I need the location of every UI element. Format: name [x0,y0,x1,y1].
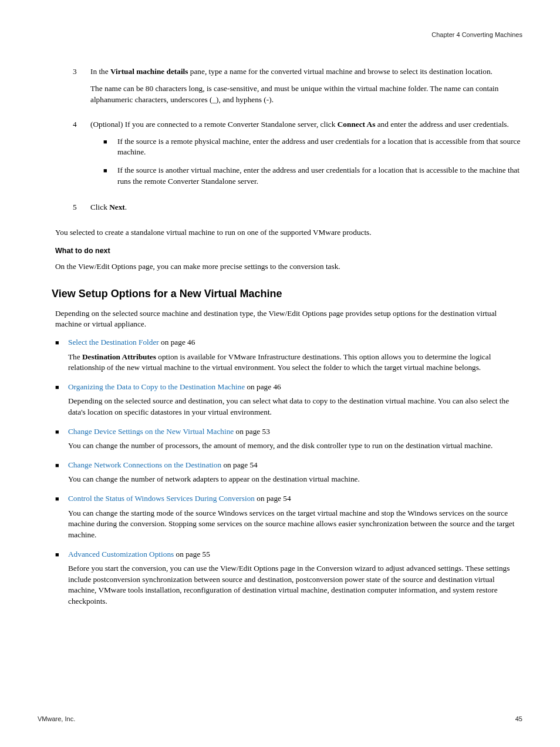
topic-title-line: Organizing the Data to Copy to the Desti… [68,382,522,393]
bold-text: Destination Attributes [82,352,156,361]
bullet-icon: ■ [55,426,68,452]
topic-link-windows-services[interactable]: Control the Status of Windows Services D… [68,494,255,503]
topic-title-line: Select the Destination Folder on page 46 [68,337,522,348]
after-steps-text: You selected to create a standalone virt… [55,227,522,238]
step-3-p1: In the Virtual machine details pane, typ… [90,66,522,78]
bullet-icon: ■ [103,136,117,158]
section-intro: Depending on the selected source machine… [55,308,522,330]
bullet-icon: ■ [55,337,68,374]
topic-description: You can change the number of network ada… [68,474,522,485]
topic-title-line: Change Network Connections on the Destin… [68,460,522,471]
bold-text: Virtual machine details [110,67,188,76]
bullet-icon: ■ [55,382,68,418]
step-3-p2: The name can be 80 characters long, is c… [90,83,522,105]
topic-description: The Destination Attributes option is ava… [68,352,522,374]
section-heading: View Setup Options for a New Virtual Mac… [52,287,522,301]
topic-title-line: Change Device Settings on the New Virtua… [68,426,522,438]
topic-description: Depending on the selected source and des… [68,396,522,418]
bullet-icon: ■ [55,493,68,540]
step-5: 5 Click Next. [73,202,522,219]
page: Chapter 4 Converting Machines 3 In the V… [0,0,560,747]
page-ref: on page 53 [234,427,270,436]
what-to-do-next-body: On the View/Edit Options page, you can m… [55,261,522,272]
page-ref: on page 54 [221,460,258,469]
topic-item: ■ Select the Destination Folder on page … [55,337,522,374]
topic-item: ■ Change Network Connections on the Dest… [55,460,522,485]
steps-list: 3 In the Virtual machine details pane, t… [73,66,522,218]
topic-title-line: Advanced Customization Options on page 5… [68,549,522,560]
topic-description: You can change the starting mode of the … [68,508,522,541]
topic-description: Before you start the conversion, you can… [68,563,522,607]
footer-page-number: 45 [515,715,522,724]
step-body: Click Next. [90,202,522,219]
text: Click [90,203,109,211]
step-number: 5 [73,202,90,219]
topic-body: Advanced Customization Options on page 5… [68,549,522,607]
list-item-text: If the source is a remote physical machi… [117,136,522,158]
bold-text: Next [109,203,125,211]
step-5-p1: Click Next. [90,202,522,213]
content-area: 3 In the Virtual machine details pane, t… [73,66,522,607]
topics-list: ■ Select the Destination Folder on page … [55,337,522,607]
step-body: (Optional) If you are connected to a rem… [90,119,522,194]
topic-body: Organizing the Data to Copy to the Desti… [68,382,522,418]
text: and enter the address and user credentia… [375,120,508,129]
page-ref: on page 46 [159,338,195,346]
topic-body: Control the Status of Windows Services D… [68,493,522,540]
text: The [68,352,82,361]
page-footer: VMware, Inc. 45 [38,715,522,724]
footer-company: VMware, Inc. [38,715,75,724]
topic-item: ■ Change Device Settings on the New Virt… [55,426,522,452]
topic-link-select-destination-folder[interactable]: Select the Destination Folder [68,338,159,346]
step-4-sublist: ■ If the source is a remote physical mac… [103,136,522,187]
page-ref: on page 55 [174,550,210,558]
chapter-header: Chapter 4 Converting Machines [38,31,522,39]
topic-link-change-device-settings[interactable]: Change Device Settings on the New Virtua… [68,427,234,436]
text: In the [90,67,110,76]
list-item: ■ If the source is a remote physical mac… [103,136,522,158]
page-ref: on page 46 [245,382,281,391]
topic-item: ■ Organizing the Data to Copy to the Des… [55,382,522,418]
bullet-icon: ■ [55,460,68,485]
topic-link-change-network[interactable]: Change Network Connections on the Destin… [68,460,221,469]
page-ref: on page 54 [255,494,291,503]
topic-link-organizing-data[interactable]: Organizing the Data to Copy to the Desti… [68,382,245,391]
list-item-text: If the source is another virtual machine… [117,165,522,187]
text: . [125,203,127,211]
topic-title-line: Control the Status of Windows Services D… [68,493,522,504]
topic-body: Change Device Settings on the New Virtua… [68,426,522,452]
step-4: 4 (Optional) If you are connected to a r… [73,119,522,194]
topic-description: You can change the number of processors,… [68,440,522,452]
topic-item: ■ Advanced Customization Options on page… [55,549,522,607]
step-3: 3 In the Virtual machine details pane, t… [73,66,522,111]
topic-link-advanced-customization[interactable]: Advanced Customization Options [68,550,174,558]
text: (Optional) If you are connected to a rem… [90,120,338,129]
step-number: 4 [73,119,90,194]
bold-text: Connect As [338,120,376,129]
list-item: ■ If the source is another virtual machi… [103,165,522,187]
step-body: In the Virtual machine details pane, typ… [90,66,522,111]
step-number: 3 [73,66,90,111]
bullet-icon: ■ [55,549,68,607]
what-to-do-next-heading: What to do next [55,246,522,257]
topic-body: Select the Destination Folder on page 46… [68,337,522,374]
bullet-icon: ■ [103,165,117,187]
text: pane, type a name for the converted virt… [188,67,492,76]
topic-item: ■ Control the Status of Windows Services… [55,493,522,540]
topic-body: Change Network Connections on the Destin… [68,460,522,485]
step-4-p1: (Optional) If you are connected to a rem… [90,119,522,130]
